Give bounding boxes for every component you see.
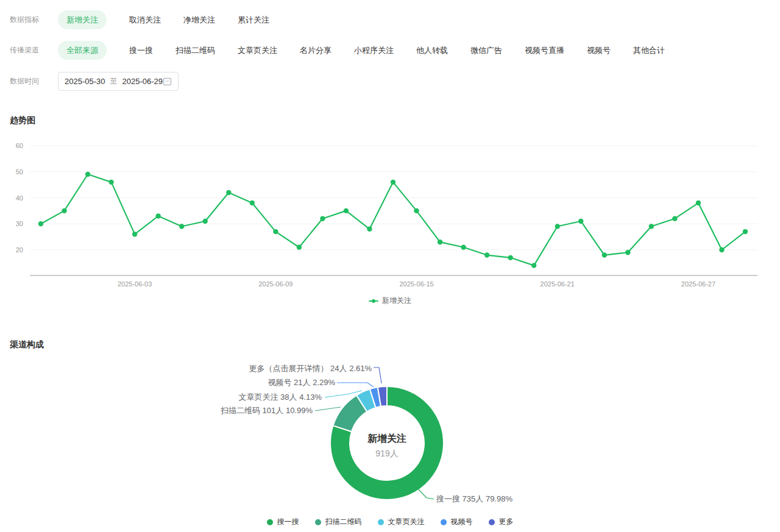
- channel-option-1[interactable]: 搜一搜: [129, 45, 153, 56]
- trend-point[interactable]: [649, 224, 654, 229]
- trend-x-tick: 2025-06-27: [681, 280, 715, 288]
- legend-dot-icon: [441, 519, 447, 525]
- date-end[interactable]: 2025-06-29: [122, 77, 163, 86]
- trend-point[interactable]: [414, 208, 419, 213]
- time-filter-label: 数据时间: [10, 76, 48, 87]
- trend-x-tick: 2025-06-21: [541, 280, 575, 288]
- metric-filter-label: 数据指标: [10, 15, 48, 25]
- trend-point[interactable]: [344, 208, 349, 213]
- donut-legend-item-1[interactable]: 扫描二维码: [315, 517, 362, 527]
- trend-point[interactable]: [108, 180, 113, 185]
- donut-legend-label: 扫描二维码: [325, 517, 362, 527]
- trend-y-tick: 40: [16, 194, 23, 202]
- trend-section-title: 趋势图: [10, 115, 35, 126]
- trend-x-tick: 2025-06-15: [399, 280, 433, 288]
- trend-point[interactable]: [484, 252, 489, 257]
- channel-option-9[interactable]: 视频号: [587, 45, 611, 56]
- trend-line-新增关注: [41, 174, 745, 266]
- callout-search: 搜一搜 735人 79.98%: [436, 494, 512, 505]
- date-start[interactable]: 2025-05-30: [65, 77, 105, 86]
- channel-option-6[interactable]: 他人转载: [416, 45, 448, 56]
- legend-dot-icon: [378, 519, 384, 525]
- trend-point[interactable]: [226, 190, 231, 195]
- trend-point[interactable]: [531, 263, 536, 268]
- metric-filter-row: 数据指标 新增关注取消关注净增关注累计关注: [10, 10, 269, 29]
- trend-x-tick: 2025-06-03: [118, 280, 152, 288]
- metric-options: 新增关注取消关注净增关注累计关注: [58, 10, 269, 29]
- callout-line-more: [374, 367, 381, 383]
- trend-point[interactable]: [179, 224, 184, 229]
- callout-more[interactable]: 更多（点击展开详情） 24人 2.61%: [249, 363, 372, 374]
- followers-analytics-page: 数据指标 新增关注取消关注净增关注累计关注 传播渠道 全部来源搜一搜扫描二维码文…: [0, 0, 780, 532]
- trend-point[interactable]: [367, 227, 372, 232]
- trend-point[interactable]: [273, 229, 278, 234]
- donut-center-value: 919人: [332, 449, 442, 459]
- composition-section-title: 渠道构成: [10, 339, 44, 350]
- trend-point[interactable]: [508, 255, 512, 260]
- donut-legend-item-0[interactable]: 搜一搜: [267, 517, 299, 527]
- trend-legend-label: 新增关注: [382, 296, 411, 306]
- callout-article: 文章页关注 38人 4.13%: [238, 392, 322, 403]
- trend-line-chart[interactable]: 20304050602025-06-032025-06-092025-06-15…: [0, 137, 780, 293]
- trend-point[interactable]: [743, 229, 748, 234]
- donut-legend-label: 文章页关注: [388, 517, 425, 527]
- metric-option-0[interactable]: 新增关注: [58, 10, 107, 29]
- trend-legend-marker: [369, 300, 378, 302]
- callout-qrcode: 扫描二维码 101人 10.99%: [221, 405, 313, 416]
- channel-option-10[interactable]: 其他合计: [633, 45, 665, 56]
- channel-option-7[interactable]: 微信广告: [470, 45, 502, 56]
- trend-point[interactable]: [155, 213, 160, 218]
- trend-x-tick: 2025-06-09: [258, 280, 292, 288]
- trend-point[interactable]: [461, 245, 466, 250]
- trend-y-tick: 30: [16, 220, 23, 227]
- channel-option-8[interactable]: 视频号直播: [525, 45, 564, 56]
- trend-point[interactable]: [602, 252, 607, 257]
- trend-point[interactable]: [719, 247, 724, 252]
- trend-point[interactable]: [38, 221, 43, 226]
- channel-option-0[interactable]: 全部来源: [58, 41, 107, 60]
- metric-option-1[interactable]: 取消关注: [129, 15, 161, 26]
- trend-y-tick: 60: [16, 142, 23, 149]
- trend-point[interactable]: [85, 172, 90, 177]
- trend-y-tick: 50: [16, 168, 23, 176]
- trend-point[interactable]: [297, 245, 302, 250]
- trend-point[interactable]: [672, 216, 677, 221]
- donut-legend-label: 更多: [499, 517, 514, 527]
- trend-point[interactable]: [555, 224, 560, 229]
- metric-option-3[interactable]: 累计关注: [238, 15, 269, 26]
- donut-legend: 搜一搜扫描二维码文章页关注视频号更多: [0, 517, 780, 527]
- donut-legend-label: 搜一搜: [277, 517, 299, 527]
- trend-y-tick: 20: [16, 246, 23, 254]
- trend-legend[interactable]: 新增关注: [0, 296, 780, 306]
- metric-option-2[interactable]: 净增关注: [183, 15, 215, 26]
- trend-point[interactable]: [132, 232, 137, 236]
- legend-dot-icon: [315, 519, 321, 525]
- trend-point[interactable]: [250, 200, 255, 205]
- trend-point[interactable]: [391, 180, 395, 185]
- donut-legend-label: 视频号: [451, 517, 473, 527]
- channel-filter-label: 传播渠道: [10, 45, 48, 55]
- trend-point[interactable]: [696, 200, 701, 205]
- callout-line-qrcode: [315, 407, 341, 411]
- channel-option-5[interactable]: 小程序关注: [354, 45, 394, 56]
- channel-option-3[interactable]: 文章页关注: [238, 45, 277, 56]
- channel-options: 全部来源搜一搜扫描二维码文章页关注名片分享小程序关注他人转载微信广告视频号直播视…: [58, 41, 665, 60]
- donut-legend-item-4[interactable]: 更多: [489, 517, 514, 527]
- trend-point[interactable]: [625, 250, 630, 255]
- channel-filter-row: 传播渠道 全部来源搜一搜扫描二维码文章页关注名片分享小程序关注他人转载微信广告视…: [10, 41, 665, 60]
- legend-dot-icon: [267, 519, 273, 525]
- calendar-icon[interactable]: [163, 77, 172, 86]
- channel-option-4[interactable]: 名片分享: [300, 45, 332, 56]
- donut-legend-item-3[interactable]: 视频号: [441, 517, 473, 527]
- channel-option-2[interactable]: 扫描二维码: [176, 45, 215, 56]
- callout-line-video: [337, 383, 374, 387]
- donut-center-title: 新增关注: [332, 433, 442, 445]
- donut-center-label: 新增关注 919人: [332, 433, 442, 459]
- trend-point[interactable]: [203, 219, 208, 224]
- trend-point[interactable]: [62, 208, 66, 213]
- date-range-picker[interactable]: 2025-05-30 至 2025-06-29: [58, 72, 179, 91]
- donut-legend-item-2[interactable]: 文章页关注: [378, 517, 425, 527]
- trend-point[interactable]: [438, 239, 442, 244]
- trend-point[interactable]: [578, 219, 583, 224]
- trend-point[interactable]: [320, 216, 325, 221]
